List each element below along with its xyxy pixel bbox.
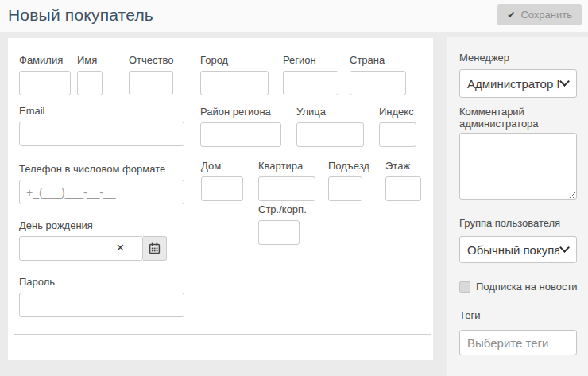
building-label: Стр./корп. [258,204,300,215]
middle-name-input[interactable] [129,71,173,95]
save-button[interactable]: ✔ Сохранить [497,4,582,25]
zip-input[interactable] [379,122,416,147]
zip-label: Индекс [379,106,416,118]
flat-input[interactable] [258,176,315,201]
tags-input[interactable] [459,330,577,355]
save-button-label: Сохранить [520,9,572,21]
password-field: Пароль [19,276,184,317]
phone-label: Телефон в числовом формате [19,163,184,175]
email-field: Email [19,105,184,146]
entrance-input[interactable] [328,176,362,201]
region-field: Регион [283,54,338,95]
user-group-selected-value: Обычный покупател [467,243,559,257]
district-label: Район региона [200,106,281,118]
middle-name-field: Отчество [129,54,173,95]
entrance-field: Подъезд [328,160,362,201]
district-field: Район региона [200,106,281,147]
admin-comment-label: Комментарий администратора [459,106,559,130]
region-input[interactable] [283,71,338,95]
tags-label: Теги [459,309,480,321]
chevron-down-icon [559,76,570,87]
house-label: Дом [201,160,243,172]
user-group-select[interactable]: Обычный покупател [459,236,577,263]
email-label: Email [19,105,184,117]
country-label: Страна [350,54,406,66]
building-field: Стр./корп. [258,204,300,245]
building-input[interactable] [258,220,300,245]
calendar-icon [149,242,161,254]
floor-input[interactable] [385,176,421,201]
flat-label: Квартира [258,160,315,172]
city-label: Город [200,54,269,66]
first-name-input[interactable] [77,71,103,95]
last-name-label: Фамилия [19,54,71,66]
manager-select[interactable]: Администратор Ма [459,69,577,98]
country-input[interactable] [350,71,406,95]
password-label: Пароль [19,276,184,288]
customer-form-card: Фамилия Имя Отчество Email Телефон в чис… [8,38,433,360]
clear-icon[interactable]: ✕ [116,242,125,253]
floor-field: Этаж [385,160,421,201]
sidebar-panel: Менеджер Администратор Ма Комментарий ад… [447,37,588,376]
house-input[interactable] [201,176,243,201]
phone-field: Телефон в числовом формате [19,163,184,204]
birthday-label: День рождения [19,219,167,231]
page-header: Новый покупатель ✔ Сохранить [0,0,588,32]
card-divider [14,334,431,335]
street-field: Улица [296,106,364,147]
birthday-field: День рождения ✕ [19,219,167,261]
flat-field: Квартира [258,160,315,201]
email-input[interactable] [19,122,184,146]
country-field: Страна [350,54,406,95]
city-field: Город [200,54,269,95]
chevron-down-icon [559,242,570,253]
password-input[interactable] [19,293,184,317]
zip-field: Индекс [379,106,416,147]
first-name-field: Имя [77,54,103,95]
user-group-label: Группа пользователя [459,217,560,229]
house-field: Дом [201,160,243,201]
manager-label: Менеджер [459,52,509,64]
floor-label: Этаж [385,160,421,172]
calendar-button[interactable] [143,236,167,261]
page-title: Новый покупатель [8,6,153,25]
manager-selected-value: Администратор Ма [467,77,559,91]
region-label: Регион [283,54,338,66]
city-input[interactable] [200,71,269,95]
street-input[interactable] [296,122,364,147]
street-label: Улица [296,106,364,118]
check-icon: ✔ [507,10,515,21]
district-input[interactable] [200,122,281,147]
last-name-field: Фамилия [19,54,71,95]
admin-comment-textarea[interactable] [459,133,577,200]
news-subscription-label: Подписка на новости [476,281,578,293]
first-name-label: Имя [77,54,103,66]
news-subscription-row: Подписка на новости [459,281,578,293]
entrance-label: Подъезд [328,160,362,172]
last-name-input[interactable] [19,71,71,95]
news-subscription-checkbox[interactable] [459,281,470,293]
phone-input[interactable] [19,180,184,204]
middle-name-label: Отчество [129,54,173,66]
